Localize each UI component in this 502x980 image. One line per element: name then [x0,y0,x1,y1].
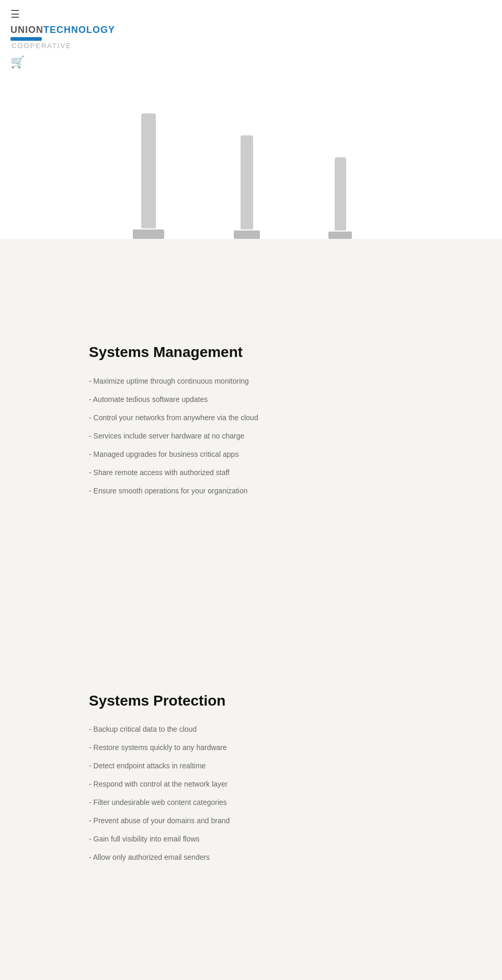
list-item: - Respond with control at the network la… [89,779,413,790]
list-item: - Automate tedious software updates [89,394,413,405]
logo-cooperative: COOPERATIVE [12,42,72,50]
list-item: - Services include server hardware at no… [89,431,413,442]
middle-spacer-1 [0,546,502,650]
header: ☰ UNIONTECHNOLOGY COOPERATIVE 🛒 [0,0,502,77]
systems-protection-title: Systems Protection [89,692,413,710]
hamburger-menu[interactable]: ☰ [10,8,20,20]
systems-management-list: - Maximize uptime through continuous mon… [89,376,413,497]
hero-section [0,77,502,239]
logo-union: UNION [10,25,43,35]
antenna-2-base [234,230,260,239]
list-item: - Managed upgrades for business critical… [89,449,413,460]
list-item: - Share remote access with authorized st… [89,467,413,478]
list-item: - Prevent abuse of your domains and bran… [89,815,413,826]
list-item: - Gain full visibility into email flows [89,834,413,845]
cart-icon[interactable]: 🛒 [10,55,25,69]
list-item: - Allow only authorized email senders [89,852,413,863]
list-item: - Filter undesirable web content categor… [89,797,413,808]
antenna-1-base [133,229,164,239]
systems-protection-inner: Systems Protection - Backup critical dat… [68,692,434,863]
list-item: - Restore systems quickly to any hardwar… [89,742,413,753]
antenna-1 [141,113,164,239]
systems-management-section: Systems Management - Maximize uptime thr… [0,302,502,546]
logo-technology: TECHNOLOGY [43,25,115,35]
logo-bar [10,37,42,41]
list-item: - Backup critical data to the cloud [89,724,413,735]
list-item: - Maximize uptime through continuous mon… [89,376,413,387]
logo: UNIONTECHNOLOGY COOPERATIVE [10,25,115,50]
top-spacer [0,239,502,302]
antenna-3-body [335,157,346,230]
antenna-2-body [241,135,253,229]
logo-text: UNIONTECHNOLOGY [10,25,115,36]
systems-management-title: Systems Management [89,343,413,361]
antenna-2 [241,135,260,239]
antenna-3 [335,157,352,239]
antenna-1-body [141,113,156,228]
antenna-group [0,77,502,239]
systems-protection-section: Systems Protection - Backup critical dat… [0,650,502,913]
list-item: - Control your networks from anywhere vi… [89,412,413,423]
middle-spacer-2 [0,912,502,980]
systems-protection-list: - Backup critical data to the cloud - Re… [89,724,413,863]
antenna-3-base [328,232,352,239]
list-item: - Ensure smooth operations for your orga… [89,486,413,497]
list-item: - Detect endpoint attacks in realtime [89,760,413,771]
systems-management-inner: Systems Management - Maximize uptime thr… [68,343,434,497]
